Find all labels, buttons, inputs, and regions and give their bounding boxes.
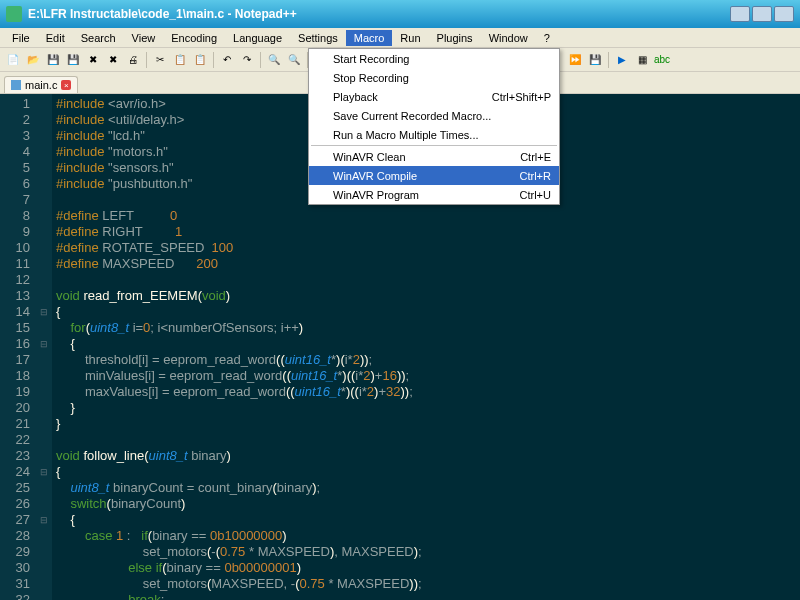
fold-marker[interactable] (36, 160, 52, 176)
console-icon[interactable]: ▦ (633, 51, 651, 69)
fold-marker[interactable] (36, 368, 52, 384)
fold-marker[interactable] (36, 544, 52, 560)
code-line[interactable] (56, 432, 800, 448)
code-line[interactable]: { (56, 336, 800, 352)
open-icon[interactable]: 📂 (24, 51, 42, 69)
code-line[interactable]: set_motors(MAXSPEED, -(0.75 * MAXSPEED))… (56, 576, 800, 592)
menu-?[interactable]: ? (536, 30, 558, 46)
find-icon[interactable]: 🔍 (265, 51, 283, 69)
fold-marker[interactable] (36, 288, 52, 304)
code-line[interactable]: maxValues[i] = eeprom_read_word((uint16_… (56, 384, 800, 400)
menu-item-run-a-macro-multiple-times-[interactable]: Run a Macro Multiple Times... (309, 125, 559, 144)
menu-edit[interactable]: Edit (38, 30, 73, 46)
fold-marker[interactable] (36, 96, 52, 112)
code-line[interactable]: #define MAXSPEED 200 (56, 256, 800, 272)
menu-item-winavr-compile[interactable]: WinAVR CompileCtrl+R (309, 166, 559, 185)
menu-macro[interactable]: Macro (346, 30, 393, 46)
code-line[interactable]: } (56, 416, 800, 432)
menu-encoding[interactable]: Encoding (163, 30, 225, 46)
code-line[interactable]: threshold[i] = eeprom_read_word((uint16_… (56, 352, 800, 368)
code-line[interactable]: void follow_line(uint8_t binary) (56, 448, 800, 464)
close-button[interactable] (774, 6, 794, 22)
close-file-icon[interactable]: ✖ (84, 51, 102, 69)
fold-marker[interactable] (36, 352, 52, 368)
menu-window[interactable]: Window (481, 30, 536, 46)
code-line[interactable]: { (56, 464, 800, 480)
code-line[interactable]: set_motors(-(0.75 * MAXSPEED), MAXSPEED)… (56, 544, 800, 560)
menu-language[interactable]: Language (225, 30, 290, 46)
code-line[interactable]: #define RIGHT 1 (56, 224, 800, 240)
fold-marker[interactable] (36, 256, 52, 272)
code-line[interactable]: uint8_t binaryCount = count_binary(binar… (56, 480, 800, 496)
menu-item-stop-recording[interactable]: Stop Recording (309, 68, 559, 87)
menu-file[interactable]: File (4, 30, 38, 46)
menu-plugins[interactable]: Plugins (429, 30, 481, 46)
code-line[interactable]: switch(binaryCount) (56, 496, 800, 512)
fold-marker[interactable] (36, 416, 52, 432)
code-line[interactable]: #define LEFT 0 (56, 208, 800, 224)
code-line[interactable]: minValues[i] = eeprom_read_word((uint16_… (56, 368, 800, 384)
run-icon[interactable]: ▶ (613, 51, 631, 69)
fold-marker[interactable]: ⊟ (36, 336, 52, 352)
fold-marker[interactable] (36, 560, 52, 576)
fold-marker[interactable] (36, 528, 52, 544)
code-line[interactable]: else if(binary == 0b00000001) (56, 560, 800, 576)
code-line[interactable]: for(uint8_t i=0; i<numberOfSensors; i++) (56, 320, 800, 336)
fold-marker[interactable] (36, 384, 52, 400)
menu-run[interactable]: Run (392, 30, 428, 46)
save-icon[interactable]: 💾 (44, 51, 62, 69)
code-line[interactable]: } (56, 400, 800, 416)
fold-marker[interactable] (36, 432, 52, 448)
tab-main-c[interactable]: main.c × (4, 76, 78, 93)
undo-icon[interactable]: ↶ (218, 51, 236, 69)
menu-item-winavr-program[interactable]: WinAVR ProgramCtrl+U (309, 185, 559, 204)
tab-close-icon[interactable]: × (61, 80, 71, 90)
copy-icon[interactable]: 📋 (171, 51, 189, 69)
menu-search[interactable]: Search (73, 30, 124, 46)
minimize-button[interactable] (730, 6, 750, 22)
menu-item-start-recording[interactable]: Start Recording (309, 49, 559, 68)
code-line[interactable]: void read_from_EEMEM(void) (56, 288, 800, 304)
fold-marker[interactable] (36, 224, 52, 240)
fold-marker[interactable] (36, 448, 52, 464)
menu-item-winavr-clean[interactable]: WinAVR CleanCtrl+E (309, 147, 559, 166)
fold-marker[interactable] (36, 112, 52, 128)
fold-marker[interactable]: ⊟ (36, 512, 52, 528)
fold-marker[interactable]: ⊟ (36, 304, 52, 320)
fold-marker[interactable] (36, 480, 52, 496)
code-line[interactable]: break; (56, 592, 800, 600)
fold-marker[interactable] (36, 576, 52, 592)
fold-marker[interactable] (36, 592, 52, 600)
playmulti-icon[interactable]: ⏩ (566, 51, 584, 69)
code-line[interactable]: { (56, 512, 800, 528)
fold-marker[interactable] (36, 272, 52, 288)
paste-icon[interactable]: 📋 (191, 51, 209, 69)
print-icon[interactable]: 🖨 (124, 51, 142, 69)
redo-icon[interactable]: ↷ (238, 51, 256, 69)
fold-marker[interactable] (36, 192, 52, 208)
fold-marker[interactable] (36, 320, 52, 336)
new-icon[interactable]: 📄 (4, 51, 22, 69)
menu-item-save-current-recorded-macro-[interactable]: Save Current Recorded Macro... (309, 106, 559, 125)
closeall-icon[interactable]: ✖ (104, 51, 122, 69)
menu-item-playback[interactable]: PlaybackCtrl+Shift+P (309, 87, 559, 106)
code-line[interactable] (56, 272, 800, 288)
fold-marker[interactable] (36, 144, 52, 160)
savemacro-icon[interactable]: 💾 (586, 51, 604, 69)
fold-marker[interactable] (36, 496, 52, 512)
code-line[interactable]: { (56, 304, 800, 320)
menu-settings[interactable]: Settings (290, 30, 346, 46)
fold-marker[interactable] (36, 208, 52, 224)
fold-marker[interactable] (36, 128, 52, 144)
cut-icon[interactable]: ✂ (151, 51, 169, 69)
fold-marker[interactable]: ⊟ (36, 464, 52, 480)
fold-marker[interactable] (36, 176, 52, 192)
replace-icon[interactable]: 🔍 (285, 51, 303, 69)
menu-view[interactable]: View (124, 30, 164, 46)
fold-marker[interactable] (36, 400, 52, 416)
code-line[interactable]: case 1 : if(binary == 0b10000000) (56, 528, 800, 544)
spell-icon[interactable]: abc (653, 51, 671, 69)
fold-marker[interactable] (36, 240, 52, 256)
maximize-button[interactable] (752, 6, 772, 22)
code-line[interactable]: #define ROTATE_SPEED 100 (56, 240, 800, 256)
